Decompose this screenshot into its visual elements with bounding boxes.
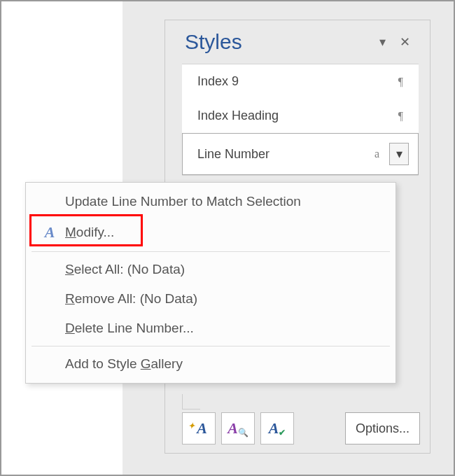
style-name: Index Heading <box>197 108 398 123</box>
ctx-label: Remove All: (No Data) <box>61 291 197 307</box>
chevron-down-icon: ▾ <box>396 146 402 162</box>
separator <box>31 251 390 252</box>
options-label: Options... <box>356 421 410 436</box>
paragraph-mark-icon: ¶ <box>398 110 403 122</box>
new-style-icon: A <box>197 419 207 438</box>
style-item-index-heading[interactable]: Index Heading ¶ <box>182 99 419 133</box>
modify-style-icon: A <box>38 223 61 241</box>
paragraph-mark-icon: ¶ <box>398 76 403 88</box>
character-mark-icon: a <box>374 148 379 160</box>
ctx-update-to-match[interactable]: Update Line Number to Match Selection <box>26 187 396 216</box>
ctx-modify[interactable]: A Modify... <box>26 216 396 248</box>
ctx-label: Update Line Number to Match Selection <box>61 194 301 209</box>
separator <box>31 346 390 346</box>
ctx-label: Modify... <box>61 225 114 240</box>
chevron-down-icon: ▾ <box>379 34 386 50</box>
pane-menu-button[interactable]: ▾ <box>371 31 393 53</box>
style-inspector-icon: A <box>227 419 238 438</box>
ctx-add-to-gallery[interactable]: Add to Style Gallery <box>26 349 396 379</box>
close-icon: ✕ <box>400 34 410 50</box>
preview-checkbox-partial <box>182 394 200 410</box>
style-dropdown-button[interactable]: ▾ <box>389 143 409 165</box>
ctx-label: Delete Line Number... <box>61 321 194 336</box>
ctx-select-all[interactable]: Select All: (No Data) <box>26 255 396 284</box>
manage-styles-icon: A <box>269 419 279 438</box>
pane-header: Styles ▾ ✕ <box>165 20 430 64</box>
style-context-menu: Update Line Number to Match Selection A … <box>25 182 396 384</box>
style-inspector-button[interactable]: A 🔍 <box>221 412 255 444</box>
style-item-line-number[interactable]: Line Number a ▾ <box>182 133 419 175</box>
new-style-button[interactable]: ✦ A <box>182 412 216 444</box>
ctx-label: Add to Style Gallery <box>61 356 183 372</box>
style-item-index-9[interactable]: Index 9 ¶ <box>182 64 419 99</box>
close-button[interactable]: ✕ <box>393 31 416 53</box>
pane-title: Styles <box>185 30 371 54</box>
style-name: Line Number <box>197 147 374 162</box>
ctx-delete[interactable]: Delete Line Number... <box>26 314 396 343</box>
ctx-label: Select All: (No Data) <box>61 262 185 277</box>
options-button[interactable]: Options... <box>345 412 420 444</box>
style-name: Index 9 <box>197 74 398 89</box>
pane-footer: ✦ A A 🔍 A ✔ Options... <box>182 412 420 444</box>
manage-styles-button[interactable]: A ✔ <box>260 412 294 444</box>
styles-list: Index 9 ¶ Index Heading ¶ Line Number a … <box>182 64 419 176</box>
ctx-remove-all[interactable]: Remove All: (No Data) <box>26 284 396 314</box>
